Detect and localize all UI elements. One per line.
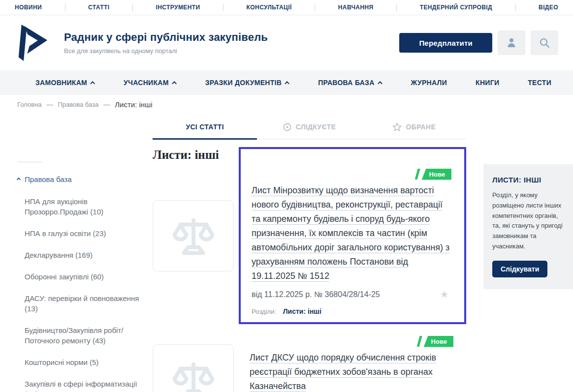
main-category-nav: ЗАМОВНИКАМ УЧАСНИКАМ ЗРАЗКИ ДОКУМЕНТІВ П…: [0, 70, 573, 95]
breadcrumb-separator: —: [103, 101, 110, 108]
sidebar-item-defense[interactable]: Оборонні закупівлі (60): [25, 271, 141, 282]
mainnav-customers[interactable]: ЗАМОВНИКАМ: [35, 79, 95, 87]
topnav-separator: [396, 4, 397, 11]
mainnav-document-samples[interactable]: ЗРАЗКИ ДОКУМЕНТІВ: [205, 79, 289, 87]
sidebar-item-dasu[interactable]: ДАСУ: перевірки й повноваження (13): [25, 293, 141, 314]
mainnav-label: ЖУРНАЛИ: [411, 79, 447, 87]
main-column: УСІ СТАТТІ СЛІДКУЄТЕ ОБРАНЕ Листи: інші: [153, 109, 466, 392]
article-title-link[interactable]: Лист Мінрозвитку щодо визначення вартост…: [252, 183, 451, 283]
user-icon: [506, 37, 517, 49]
category-sidebar: Правова база НПА для аукціонів Прозорро.…: [17, 162, 141, 392]
sidebar-item-estimate-norms[interactable]: Кошторисні норми (5): [25, 357, 141, 367]
tab-label: ОБРАНЕ: [406, 123, 436, 131]
scales-icon: [170, 212, 217, 259]
topnav-separator: [65, 4, 65, 11]
topnav-link-training[interactable]: НАВЧАННЯ: [338, 4, 374, 11]
breadcrumb-current: Листи: інші: [115, 100, 152, 109]
tab-favorites[interactable]: ОБРАНЕ: [362, 122, 466, 139]
topnav-link-news[interactable]: НОВИНИ: [15, 4, 42, 11]
article-title-link[interactable]: Лист ДКСУ щодо порядку обчислення строкі…: [250, 351, 453, 392]
article-body: Нове Лист ДКСУ щодо порядку обчислення с…: [239, 327, 466, 392]
article-thumbnail[interactable]: [153, 344, 234, 392]
mainnav-label: ЗАМОВНИКАМ: [35, 79, 87, 87]
sidebar-item-informatization[interactable]: Закупівлі в сфері інформатизації (18): [25, 379, 141, 392]
section-info-description: Розділ, у якому розміщено листи інших ко…: [492, 190, 564, 252]
breadcrumb-legal-base[interactable]: Правова база: [58, 101, 98, 108]
article-sections-row: Розділи: Листи: інші: [252, 307, 451, 315]
breadcrumb-separator: —: [46, 101, 53, 108]
badge-row: Нове: [250, 336, 453, 347]
breadcrumb-home[interactable]: Головна: [17, 101, 41, 108]
chevron-up-icon: [90, 81, 95, 86]
new-badge: Нове: [424, 336, 453, 347]
topnav-link-tools[interactable]: ІНСТРУМЕНТИ: [156, 4, 200, 11]
sidebar-heading-legal-base[interactable]: Правова база: [17, 175, 141, 183]
tab-all-articles[interactable]: УСІ СТАТТІ: [153, 122, 257, 139]
site-title[interactable]: Радник у сфері публічних закупівель: [64, 31, 268, 44]
badge-stripe: [417, 336, 422, 347]
sidebar-heading-label: Правова база: [25, 175, 72, 183]
topnav-separator: [223, 4, 223, 11]
sidebar-item-npa-auctions[interactable]: НПА для аукціонів Прозорро.Продажі (10): [25, 196, 141, 217]
topnav-separator: [515, 4, 516, 11]
mainnav-tests[interactable]: ТЕСТИ: [528, 79, 551, 87]
chevron-up-icon: [17, 178, 21, 181]
section-info-heading: ЛИСТИ: ІНШІ: [492, 176, 564, 184]
mainnav-legal-base[interactable]: ПРАВОВА БАЗА: [318, 79, 382, 87]
star-outline-icon: [392, 122, 402, 131]
page-title: Листи: інші: [153, 148, 219, 162]
article-card: Нове Лист Мінрозвитку щодо визначення ва…: [153, 147, 466, 324]
topnav-separator: [132, 4, 133, 11]
article-tabs: УСІ СТАТТІ СЛІДКУЄТЕ ОБРАНЕ: [153, 122, 466, 139]
header-actions: Передплатити: [399, 30, 558, 55]
mainnav-journals[interactable]: ЖУРНАЛИ: [411, 79, 447, 87]
article-meta-row: від 11.12.2025 р. № 36804/28/14-25 ★: [252, 290, 451, 299]
scales-icon: [170, 357, 217, 392]
tab-following[interactable]: СЛІДКУЄТЕ: [257, 122, 361, 139]
content-area: Правова база НПА для аукціонів Прозорро.…: [0, 109, 573, 392]
article-card: Нове Лист ДКСУ щодо порядку обчислення с…: [153, 327, 466, 392]
topnav-link-video[interactable]: ВІДЕО: [539, 4, 558, 11]
mainnav-label: ЗРАЗКИ ДОКУМЕНТІВ: [205, 79, 282, 87]
mainnav-label: ТЕСТИ: [528, 79, 551, 87]
mainnav-label: КНИГИ: [476, 79, 499, 87]
new-badge: Нове: [422, 169, 451, 180]
favorite-star-icon[interactable]: ★: [440, 290, 448, 299]
chevron-up-icon: [378, 81, 382, 86]
search-icon: [539, 37, 550, 49]
topnav-link-consultations[interactable]: КОНСУЛЬТАЦІЇ: [247, 4, 292, 11]
article-meta: від 11.12.2025 р. № 36804/28/14-25: [252, 290, 380, 299]
account-button[interactable]: [498, 30, 525, 55]
top-utility-bar: НОВИНИ СТАТТІ ІНСТРУМЕНТИ КОНСУЛЬТАЦІЇ Н…: [0, 0, 573, 15]
topnav-link-articles[interactable]: СТАТТІ: [88, 4, 109, 11]
eye-icon: [283, 123, 291, 131]
tab-label: УСІ СТАТТІ: [186, 123, 223, 131]
follow-button[interactable]: Слідкувати: [492, 261, 547, 277]
mainnav-label: УЧАСНИКАМ: [124, 79, 169, 87]
chevron-up-icon: [285, 81, 289, 86]
mainnav-participants[interactable]: УЧАСНИКАМ: [124, 79, 177, 87]
mainnav-books[interactable]: КНИГИ: [476, 79, 499, 87]
sidebar-item-npa-education[interactable]: НПА в галузі освіти (23): [25, 228, 141, 239]
sidebar-item-declaration[interactable]: Декларування (169): [25, 250, 141, 260]
sections-label: Розділи:: [252, 308, 276, 315]
brand-block: Радник у сфері публічних закупівель Все …: [64, 31, 268, 55]
mainnav-label: ПРАВОВА БАЗА: [318, 79, 374, 87]
topnav-separator: [315, 4, 315, 11]
section-tag-link[interactable]: Листи: інші: [283, 307, 321, 315]
article-thumbnail[interactable]: [153, 200, 234, 271]
article-body-highlight-box: Нове Лист Мінрозвитку щодо визначення ва…: [239, 147, 466, 324]
chevron-up-icon: [172, 81, 177, 86]
subscribe-button[interactable]: Передплатити: [399, 33, 492, 53]
article-list: Нове Лист Мінрозвитку щодо визначення ва…: [153, 147, 466, 392]
topnav-link-tender-support[interactable]: ТЕНДЕРНИЙ СУПРОВІД: [420, 4, 492, 11]
badge-stripe: [415, 169, 420, 180]
section-info-panel: ЛИСТИ: ІНШІ Розділ, у якому розміщено ли…: [483, 164, 573, 289]
badge-row: Нове: [252, 169, 451, 180]
tab-label: СЛІДКУЄТЕ: [296, 123, 336, 131]
site-logo-icon[interactable]: [15, 24, 49, 61]
sidebar-item-construction[interactable]: Будівництво/Закупівля робіт/Поточного ре…: [25, 325, 141, 346]
breadcrumb: Головна — Правова база — Листи: інші: [0, 95, 573, 109]
search-button[interactable]: [531, 30, 558, 55]
site-subtitle: Все для закупівель на одному порталі: [64, 47, 268, 55]
